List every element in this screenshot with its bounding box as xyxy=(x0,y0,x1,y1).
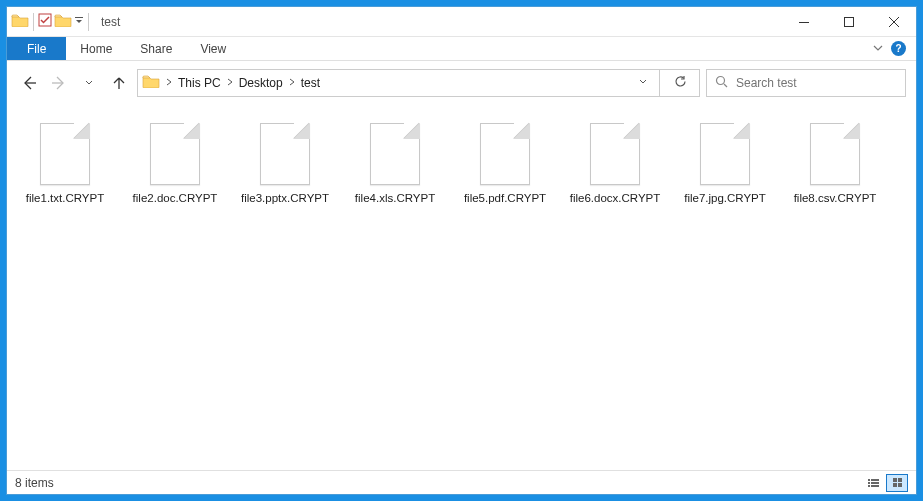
file-item[interactable]: file7.jpg.CRYPT xyxy=(675,119,775,210)
search-input[interactable] xyxy=(736,76,897,90)
breadcrumb-this-pc[interactable]: This PC xyxy=(174,76,225,90)
file-label: file3.pptx.CRYPT xyxy=(241,191,329,206)
qat-dropdown-icon[interactable] xyxy=(74,16,84,27)
forward-button[interactable] xyxy=(47,71,71,95)
file-item[interactable]: file6.docx.CRYPT xyxy=(565,119,665,210)
refresh-button[interactable] xyxy=(666,75,695,91)
file-item[interactable]: file3.pptx.CRYPT xyxy=(235,119,335,210)
maximize-button[interactable] xyxy=(826,7,871,36)
file-icon xyxy=(700,123,750,185)
qat-separator-2 xyxy=(88,13,89,31)
item-count: 8 items xyxy=(15,476,54,490)
view-details-button[interactable] xyxy=(862,474,884,492)
breadcrumb-current[interactable]: test xyxy=(297,76,324,90)
file-label: file8.csv.CRYPT xyxy=(794,191,877,206)
close-button[interactable] xyxy=(871,7,916,36)
svg-rect-2 xyxy=(799,22,809,23)
address-dropdown-icon[interactable] xyxy=(633,78,653,88)
help-icon[interactable]: ? xyxy=(891,41,906,56)
svg-rect-1 xyxy=(75,17,83,18)
file-item[interactable]: file1.txt.CRYPT xyxy=(15,119,115,210)
qat-separator xyxy=(33,13,34,31)
folder-icon xyxy=(11,13,29,31)
svg-rect-3 xyxy=(844,17,853,26)
address-bar[interactable]: This PC Desktop test xyxy=(137,69,700,97)
crumb-sep-0[interactable] xyxy=(164,78,174,88)
tab-home[interactable]: Home xyxy=(66,37,126,60)
file-icon xyxy=(370,123,420,185)
file-item[interactable]: file4.xls.CRYPT xyxy=(345,119,445,210)
file-item[interactable]: file2.doc.CRYPT xyxy=(125,119,225,210)
file-label: file6.docx.CRYPT xyxy=(570,191,661,206)
address-right xyxy=(633,70,695,96)
folder-icon-2[interactable] xyxy=(54,13,72,31)
address-divider xyxy=(659,70,660,96)
content-area: file1.txt.CRYPTfile2.doc.CRYPTfile3.pptx… xyxy=(7,105,916,470)
file-icon xyxy=(260,123,310,185)
view-switcher xyxy=(862,474,908,492)
crumb-sep-1[interactable] xyxy=(225,78,235,88)
file-item[interactable]: file5.pdf.CRYPT xyxy=(455,119,555,210)
properties-icon[interactable] xyxy=(38,13,52,30)
files-grid: file1.txt.CRYPTfile2.doc.CRYPTfile3.pptx… xyxy=(15,119,908,210)
quick-access-toolbar: test xyxy=(7,13,120,31)
search-icon xyxy=(715,75,728,91)
expand-ribbon-icon[interactable] xyxy=(873,43,883,55)
up-button[interactable] xyxy=(107,71,131,95)
file-icon xyxy=(150,123,200,185)
navigation-row: This PC Desktop test xyxy=(7,61,916,105)
file-label: file1.txt.CRYPT xyxy=(26,191,104,206)
file-label: file4.xls.CRYPT xyxy=(355,191,435,206)
svg-point-4 xyxy=(717,77,725,85)
file-label: file2.doc.CRYPT xyxy=(133,191,218,206)
file-icon xyxy=(590,123,640,185)
file-item[interactable]: file8.csv.CRYPT xyxy=(785,119,885,210)
window-controls xyxy=(781,7,916,36)
recent-locations-button[interactable] xyxy=(77,71,101,95)
explorer-window: test File Home Share View ? This PC xyxy=(6,6,917,495)
tab-file[interactable]: File xyxy=(7,37,66,60)
tab-view[interactable]: View xyxy=(186,37,240,60)
title-bar: test xyxy=(7,7,916,37)
file-icon xyxy=(480,123,530,185)
minimize-button[interactable] xyxy=(781,7,826,36)
file-label: file5.pdf.CRYPT xyxy=(464,191,546,206)
status-bar: 8 items xyxy=(7,470,916,494)
address-folder-icon xyxy=(142,74,160,92)
file-icon xyxy=(40,123,90,185)
ribbon-tabs: File Home Share View ? xyxy=(7,37,916,61)
back-button[interactable] xyxy=(17,71,41,95)
file-icon xyxy=(810,123,860,185)
breadcrumb-desktop[interactable]: Desktop xyxy=(235,76,287,90)
file-label: file7.jpg.CRYPT xyxy=(684,191,766,206)
window-title: test xyxy=(101,15,120,29)
ribbon-right: ? xyxy=(873,37,916,60)
tab-share[interactable]: Share xyxy=(126,37,186,60)
crumb-sep-2[interactable] xyxy=(287,78,297,88)
search-box[interactable] xyxy=(706,69,906,97)
view-large-icons-button[interactable] xyxy=(886,474,908,492)
